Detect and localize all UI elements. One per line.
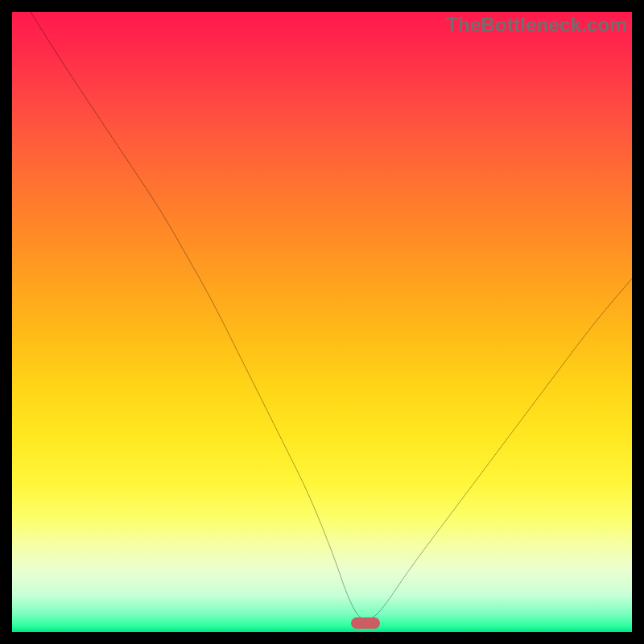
curve-path <box>31 12 632 620</box>
plot-area: TheBottleneck.com <box>12 12 632 632</box>
bottleneck-curve <box>12 12 632 632</box>
chart-frame: TheBottleneck.com <box>0 0 644 644</box>
optimal-point-marker <box>351 617 380 629</box>
